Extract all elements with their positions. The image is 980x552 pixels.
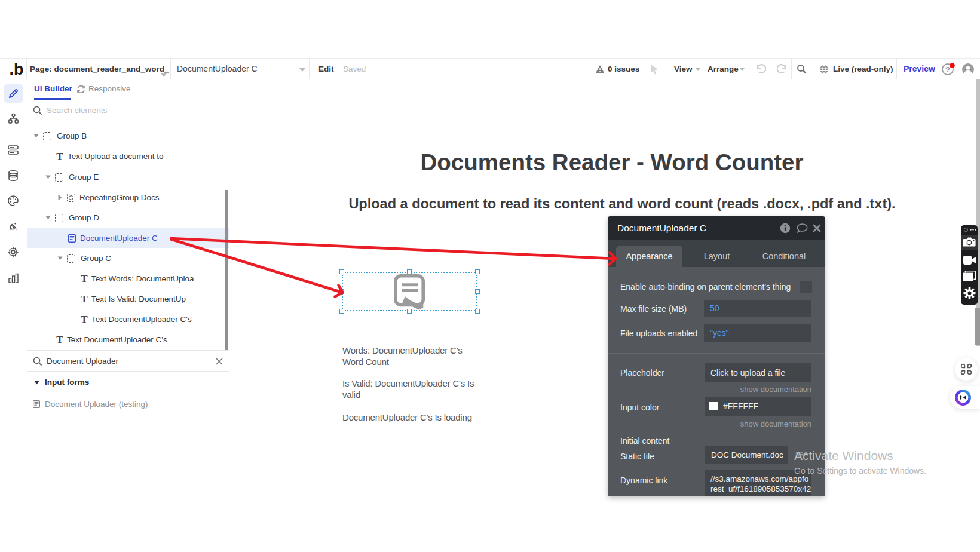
svg-text:?: ? <box>945 65 950 74</box>
